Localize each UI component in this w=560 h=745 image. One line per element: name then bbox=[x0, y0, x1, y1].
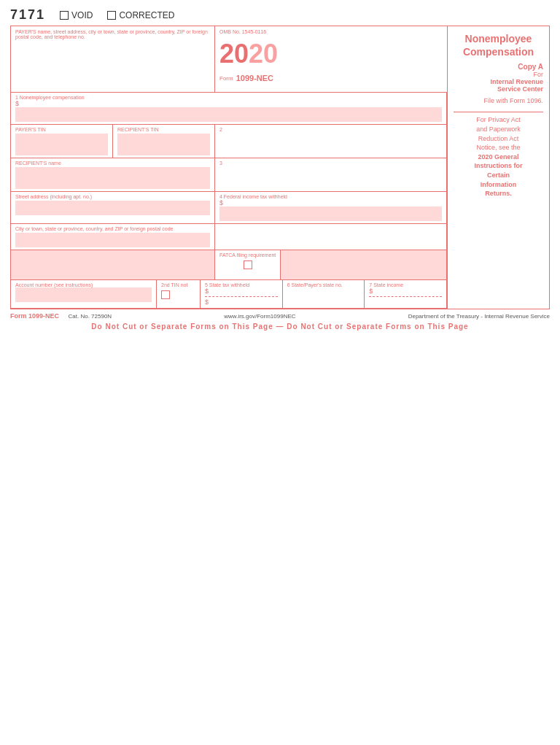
payer-row: PAYER'S name, street address, city or to… bbox=[11, 26, 447, 93]
field7-box: 7 State income $ bbox=[365, 280, 447, 308]
recipient-tin-box: RECIPIENT'S TIN bbox=[113, 125, 215, 158]
recipient-name-input[interactable] bbox=[15, 167, 210, 189]
corrected-checkbox[interactable] bbox=[107, 11, 116, 20]
form-1099-nec-label: 1099-NEC bbox=[236, 74, 273, 82]
field1-box: 1 Nonemployee compensation $ bbox=[11, 93, 447, 124]
recipient-tin-input[interactable] bbox=[117, 134, 210, 155]
field4-dollar: $ bbox=[219, 199, 442, 206]
footer-form-name: Form 1099-NEC Cat. No. 72590N bbox=[10, 312, 112, 320]
fatca-label: FATCA filing requirement bbox=[219, 252, 276, 258]
sidebar-divider bbox=[454, 112, 543, 112]
footer-row: Form 1099-NEC Cat. No. 72590N www.irs.go… bbox=[10, 311, 550, 321]
field2-box: 2 bbox=[215, 125, 447, 158]
tin2nd-checkbox[interactable] bbox=[161, 290, 170, 299]
field3-value bbox=[219, 166, 442, 188]
sidebar-for: For bbox=[454, 71, 543, 78]
year-right: 20 bbox=[249, 39, 278, 69]
field7-dashed bbox=[369, 296, 442, 297]
year-display: 20 20 bbox=[219, 39, 278, 69]
city-row: City or town, state or province, country… bbox=[11, 224, 447, 250]
void-corrected: VOID CORRECTED bbox=[60, 10, 174, 20]
field1-value-area bbox=[15, 107, 442, 122]
form-title: Nonemployee Compensation bbox=[463, 32, 534, 58]
void-label[interactable]: VOID bbox=[60, 10, 93, 20]
recipient-name-label: RECIPIENT'S name bbox=[15, 161, 210, 166]
field2-value bbox=[219, 132, 442, 154]
account-input[interactable] bbox=[15, 287, 152, 302]
footer-dept: Department of the Treasury - Internal Re… bbox=[408, 313, 550, 320]
sidebar-service: Service Center bbox=[454, 85, 543, 93]
void-checkbox[interactable] bbox=[60, 11, 69, 20]
sidebar-file: File with Form 1096. bbox=[454, 97, 543, 104]
field3-label: 3 bbox=[219, 161, 442, 166]
corrected-label[interactable]: CORRECTED bbox=[107, 10, 174, 20]
left-section: PAYER'S name, street address, city or to… bbox=[11, 26, 447, 309]
fatca-box: FATCA filing requirement bbox=[215, 250, 281, 279]
field3-box: 3 bbox=[215, 158, 447, 191]
left-fatca-space bbox=[11, 250, 215, 279]
omb-number: OMB No. 1545-0116 bbox=[219, 29, 266, 34]
right-sidebar: Nonemployee Compensation Copy A For Inte… bbox=[447, 26, 549, 309]
year-left: 20 bbox=[219, 39, 249, 69]
field4-label: 4 Federal income tax withheld bbox=[219, 194, 442, 199]
field5-dollar: $ bbox=[205, 287, 278, 295]
field7-label: 7 State income bbox=[369, 282, 442, 287]
tin2nd-box: 2nd TIN not bbox=[157, 280, 201, 308]
omb-box: OMB No. 1545-0116 20 20 Form 1099-NEC bbox=[215, 26, 447, 92]
field5-label: 5 State tax withheld bbox=[205, 282, 278, 287]
field6-label: 6 State/Payer's state no. bbox=[287, 282, 360, 287]
top-header: 7171 VOID CORRECTED bbox=[10, 7, 550, 23]
field2-label: 2 bbox=[219, 127, 442, 132]
street-label: Street address (including apt. no.) bbox=[15, 194, 210, 199]
form-container: 7171 VOID CORRECTED PAYER'S name, s bbox=[10, 7, 550, 331]
field5-box: 5 State tax withheld $ $ bbox=[201, 280, 283, 308]
footer-url: www.irs.gov/Form1099NEC bbox=[224, 313, 295, 320]
field6-box: 6 State/Payer's state no. bbox=[283, 280, 365, 308]
field4-value bbox=[219, 206, 442, 221]
recipient-name-box: RECIPIENT'S name bbox=[11, 158, 215, 191]
do-not-cut: Do Not Cut or Separate Forms on This Pag… bbox=[10, 323, 550, 331]
field5-dollar2: $ bbox=[205, 298, 278, 306]
account-row: Account number (see instructions) 2nd TI… bbox=[11, 280, 447, 309]
right-of-city bbox=[215, 224, 447, 250]
right-of-fatca bbox=[281, 250, 447, 279]
payer-tin-box: PAYER'S TIN bbox=[11, 125, 113, 158]
sidebar-irs: Internal Revenue bbox=[454, 78, 543, 85]
payer-tin-input[interactable] bbox=[15, 134, 108, 155]
street-box: Street address (including apt. no.) bbox=[11, 192, 215, 223]
account-label: Account number (see instructions) bbox=[15, 282, 152, 287]
recipient-name-row: RECIPIENT'S name 3 bbox=[11, 158, 447, 192]
city-box: City or town, state or province, country… bbox=[11, 224, 215, 250]
page: 7171 VOID CORRECTED PAYER'S name, s bbox=[0, 0, 560, 745]
payer-address-box: PAYER'S name, street address, city or to… bbox=[11, 26, 215, 92]
tin2nd-label: 2nd TIN not bbox=[161, 282, 187, 287]
street-row: Street address (including apt. no.) 4 Fe… bbox=[11, 192, 447, 224]
sidebar-copy: Copy A bbox=[454, 63, 543, 71]
field1-row: 1 Nonemployee compensation $ bbox=[11, 93, 447, 125]
fatca-checkbox[interactable] bbox=[244, 260, 252, 269]
field4-box: 4 Federal income tax withheld $ bbox=[215, 192, 447, 223]
payer-tin-label: PAYER'S TIN bbox=[15, 127, 108, 132]
payer-address-label: PAYER'S name, street address, city or to… bbox=[15, 29, 210, 39]
field7-dollar: $ bbox=[369, 287, 442, 295]
sidebar-privacy: For Privacy Act and Paperwork Reduction … bbox=[474, 115, 522, 198]
field5-dashed bbox=[205, 296, 278, 297]
fatca-row: FATCA filing requirement bbox=[11, 250, 447, 280]
form-label-small: Form bbox=[219, 75, 233, 82]
field1-label: 1 Nonemployee compensation bbox=[15, 95, 442, 100]
street-input[interactable] bbox=[15, 201, 210, 215]
main-form-grid: PAYER'S name, street address, city or to… bbox=[10, 26, 550, 309]
city-input[interactable] bbox=[15, 233, 210, 247]
recipient-tin-label: RECIPIENT'S TIN bbox=[117, 127, 210, 132]
form-number-top: 7171 bbox=[10, 7, 45, 23]
field1-dollar: $ bbox=[15, 100, 442, 107]
tin-row: PAYER'S TIN RECIPIENT'S TIN 2 bbox=[11, 125, 447, 158]
account-box: Account number (see instructions) bbox=[11, 280, 157, 308]
city-label: City or town, state or province, country… bbox=[15, 226, 210, 231]
